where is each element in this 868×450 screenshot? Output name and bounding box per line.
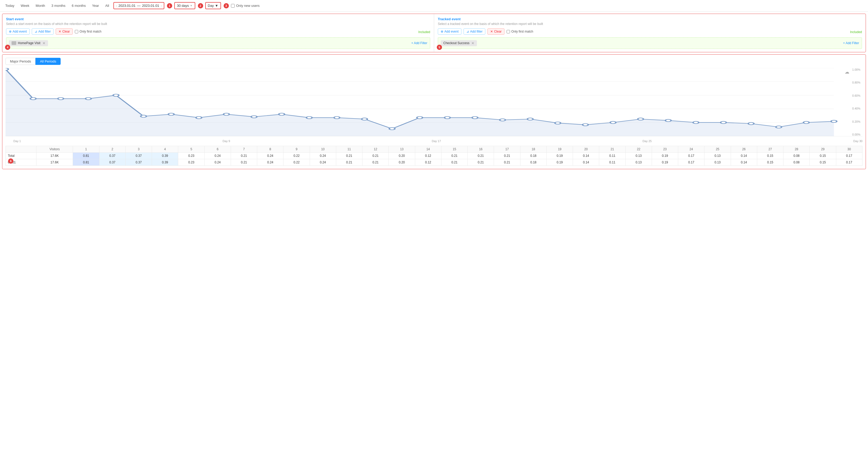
start-first-match-checkbox[interactable]	[75, 30, 78, 33]
start-add-filter-link[interactable]: + Add Filter	[411, 41, 427, 45]
only-new-users-label[interactable]: Only new users	[231, 4, 260, 8]
date-prev-arrow[interactable]: ‹	[116, 4, 117, 7]
tab-all-periods[interactable]: All Periods	[35, 58, 61, 65]
col-20: 20	[573, 146, 599, 152]
svg-point-35	[803, 121, 809, 124]
cell-1-0: 0.81	[73, 159, 99, 166]
start-first-match-label[interactable]: Only first match	[75, 30, 101, 33]
period-week[interactable]: Week	[19, 3, 31, 9]
col-14: 14	[415, 146, 441, 152]
date-to: 2023.01.01	[142, 4, 159, 8]
col-30: 30	[836, 146, 863, 152]
cell-1-23: 0.17	[678, 159, 705, 166]
svg-point-27	[582, 124, 588, 126]
col-2: 2	[99, 146, 125, 152]
tracked-add-filter-link[interactable]: + Add Filter	[843, 41, 859, 45]
col-19: 19	[547, 146, 573, 152]
svg-point-15	[251, 116, 257, 118]
start-event-actions: ⊕ Add event ⊿ Add filter ✕ Clear Only fi…	[6, 28, 430, 35]
start-add-filter-btn[interactable]: ⊿ Add filter	[32, 28, 54, 35]
col-3: 3	[125, 146, 152, 152]
cell-1-8: 0.22	[283, 159, 310, 166]
tracked-event-actions: ⊕ Add event ⊿ Add filter ✕ Clear Only fi…	[438, 28, 862, 35]
col-9: 9	[283, 146, 310, 152]
chart-x-labels: Day 1 Day 9 Day 17 Day 25 Day 30	[5, 138, 863, 144]
period-year[interactable]: Year	[90, 3, 101, 9]
tracked-add-event-btn[interactable]: ⊕ Add event	[438, 28, 461, 35]
tracked-clear-btn[interactable]: ✕ Clear	[488, 28, 504, 35]
col-17: 17	[494, 146, 520, 152]
col-4: 4	[152, 146, 178, 152]
tracked-first-match-label[interactable]: Only first match	[506, 30, 533, 33]
granularity-value: Day	[208, 4, 214, 8]
badge-5: 5	[437, 45, 442, 50]
table-row: Total17.6K0.810.370.370.390.230.240.210.…	[6, 152, 863, 159]
period-days-selector[interactable]: 30 days ▼	[174, 2, 195, 9]
cell-0-14: 0.21	[441, 152, 467, 159]
tracked-event-area: Checkout Success ✕ + Add Filter	[438, 37, 862, 49]
cell-0-7: 0.24	[257, 152, 283, 159]
row-visitors-0: 17.6K	[36, 152, 73, 159]
cell-0-17: 0.18	[520, 152, 547, 159]
granularity-caret-icon: ▼	[215, 4, 218, 8]
col-24: 24	[678, 146, 705, 152]
col-22: 22	[625, 146, 652, 152]
svg-point-8	[58, 97, 64, 100]
tab-major-periods[interactable]: Major Periods	[5, 58, 35, 65]
cell-0-18: 0.19	[547, 152, 573, 159]
tracked-event-panel: Tracked event Select a tracked event on …	[434, 14, 866, 52]
svg-point-11	[141, 115, 147, 117]
date-range-picker[interactable]: ‹ 2023.01.01 — 2023.01.01 ›	[114, 2, 164, 9]
cell-0-25: 0.14	[731, 152, 757, 159]
cell-0-16: 0.21	[494, 152, 520, 159]
retention-table: Visitors 1 2 3 4 5 6 7 8 9 10 11 12 13 1…	[5, 146, 863, 166]
cell-0-11: 0.21	[363, 152, 389, 159]
cell-1-14: 0.21	[441, 159, 467, 166]
tracked-first-match-checkbox[interactable]	[506, 30, 510, 33]
svg-point-16	[279, 113, 284, 116]
svg-point-7	[30, 97, 36, 100]
date-from: 2023.01.01	[118, 4, 135, 8]
cell-0-13: 0.12	[415, 152, 441, 159]
col-11: 11	[336, 146, 362, 152]
cell-0-12: 0.20	[389, 152, 415, 159]
cell-1-13: 0.12	[415, 159, 441, 166]
cell-1-17: 0.18	[520, 159, 547, 166]
cell-0-3: 0.39	[152, 152, 178, 159]
cell-1-3: 0.39	[152, 159, 178, 166]
start-add-event-btn[interactable]: ⊕ Add event	[6, 28, 30, 35]
start-first-match-text: Only first match	[80, 30, 101, 33]
period-3months[interactable]: 3 months	[49, 3, 67, 9]
cell-0-9: 0.24	[310, 152, 336, 159]
tracked-event-desc: Select a tracked event on the basis of w…	[438, 22, 862, 26]
granularity-selector[interactable]: Day ▼	[205, 2, 221, 9]
tracked-add-filter-btn[interactable]: ⊿ Add filter	[464, 28, 485, 35]
cell-0-21: 0.13	[625, 152, 652, 159]
col-23: 23	[652, 146, 678, 152]
badge-2: 2	[198, 3, 203, 8]
cell-1-19: 0.14	[573, 159, 599, 166]
cell-1-4: 0.23	[178, 159, 205, 166]
period-days-value: 30 days	[177, 4, 189, 8]
badge-1: 1	[167, 3, 172, 8]
start-event-remove[interactable]: ✕	[42, 41, 45, 45]
tracked-event-remove[interactable]: ✕	[471, 41, 474, 45]
date-next-arrow[interactable]: ›	[161, 4, 162, 7]
only-new-users-checkbox[interactable]	[231, 4, 235, 8]
cell-0-8: 0.22	[283, 152, 310, 159]
period-6months[interactable]: 6 months	[69, 3, 88, 9]
cell-1-28: 0.15	[810, 159, 836, 166]
start-clear-btn[interactable]: ✕ Clear	[56, 28, 73, 35]
period-month[interactable]: Month	[34, 3, 47, 9]
badge-3: 3	[224, 3, 229, 8]
cell-1-29: 0.17	[836, 159, 863, 166]
period-today[interactable]: Today	[3, 3, 17, 9]
cell-1-24: 0.13	[705, 159, 731, 166]
col-29: 29	[810, 146, 836, 152]
cell-0-2: 0.37	[125, 152, 152, 159]
col-18: 18	[520, 146, 547, 152]
start-event-area: HomePage Visit ✕ + Add Filter	[6, 37, 430, 49]
period-all[interactable]: All	[103, 3, 111, 9]
cell-1-27: 0.08	[783, 159, 810, 166]
cell-0-1: 0.37	[99, 152, 125, 159]
